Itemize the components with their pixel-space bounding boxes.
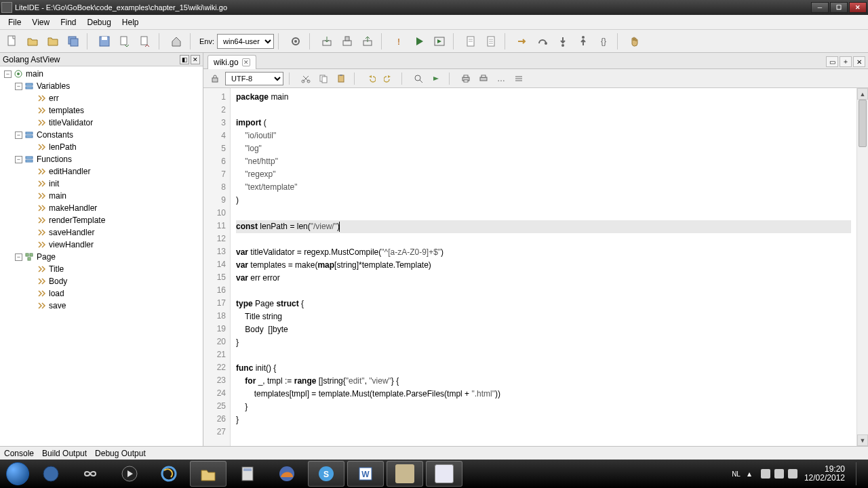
find-button[interactable] (411, 71, 426, 86)
save-all-button[interactable] (64, 32, 83, 51)
build-install-button[interactable] (338, 32, 357, 51)
export-button[interactable] (115, 32, 134, 51)
build-upload-button[interactable] (358, 32, 377, 51)
tree-root-main[interactable]: −main (0, 68, 203, 80)
tree-group-page[interactable]: −Page (0, 251, 203, 263)
tab-build-output[interactable]: Build Output (42, 449, 87, 458)
code-text[interactable]: package main import ( "io/ioutil" "log" … (231, 88, 856, 446)
doc-button-1[interactable] (461, 32, 480, 51)
panel-float-button[interactable]: ◧ (180, 55, 189, 64)
tab-list-button[interactable]: ▭ (826, 56, 838, 67)
tree-member-Body[interactable]: Body (0, 275, 203, 287)
home-button[interactable] (167, 32, 186, 51)
taskbar-app-4[interactable] (387, 461, 423, 487)
tree-func-editHandler[interactable]: editHandler (0, 165, 203, 178)
open-folder-button[interactable] (43, 32, 62, 51)
scroll-down-button[interactable]: ▼ (857, 434, 868, 446)
open-file-button[interactable] (23, 32, 42, 51)
build-button[interactable] (317, 32, 336, 51)
menu-find[interactable]: Find (55, 16, 81, 28)
taskbar-word[interactable]: W (347, 461, 384, 487)
goto-button[interactable] (429, 71, 443, 86)
taskbar-app-2[interactable] (72, 461, 108, 487)
menu-help[interactable]: Help (117, 16, 144, 28)
copy-button[interactable] (316, 71, 331, 86)
code-area[interactable]: 1234567891011121314151617181920212223242… (203, 88, 868, 446)
scroll-up-button[interactable]: ▲ (857, 88, 868, 100)
show-desktop-button[interactable] (856, 462, 861, 485)
tree-func-renderTemplate[interactable]: renderTemplate (0, 214, 203, 226)
undo-button[interactable] (363, 71, 378, 86)
import-button[interactable] (136, 32, 155, 51)
tab-debug-output[interactable]: Debug Output (95, 449, 146, 458)
ast-tree[interactable]: −main−VariableserrtemplatestitleValidato… (0, 66, 203, 446)
taskbar-app-3[interactable] (111, 461, 148, 487)
taskbar-liteide[interactable] (426, 461, 462, 487)
step-into-button[interactable] (553, 32, 572, 51)
tab-close-button[interactable]: ✕ (242, 58, 250, 66)
tray-chevron-icon[interactable]: ▴ (747, 469, 757, 479)
wrap-button[interactable] (511, 71, 526, 86)
tree-func-saveHandler[interactable]: saveHandler (0, 226, 203, 239)
tree-toggle[interactable]: − (4, 70, 12, 78)
tree-toggle[interactable]: − (15, 253, 22, 261)
new-file-button[interactable] (3, 32, 22, 51)
tree-member-save[interactable]: save (0, 300, 203, 312)
tree-func-main[interactable]: main (0, 190, 203, 202)
tree-func-init[interactable]: init (0, 178, 203, 190)
breakpoint-button[interactable]: ! (389, 32, 408, 51)
taskbar-ie[interactable] (151, 461, 187, 487)
close-button[interactable]: ✕ (849, 2, 867, 13)
tree-var-err[interactable]: err (0, 92, 203, 104)
tree-var-templates[interactable]: templates (0, 104, 203, 117)
menu-debug[interactable]: Debug (81, 16, 116, 28)
minimize-button[interactable]: ─ (811, 2, 829, 13)
lock-button[interactable] (208, 71, 222, 86)
settings-button[interactable] (286, 32, 305, 51)
save-button[interactable] (95, 32, 114, 51)
tree-const-lenPath[interactable]: lenPath (0, 141, 203, 153)
tab-close-all-button[interactable]: ✕ (853, 56, 865, 67)
tray-clock[interactable]: 19:20 12/02/2012 (804, 465, 845, 483)
env-select[interactable]: win64-user (217, 34, 274, 49)
tray-flag-icon[interactable] (761, 469, 770, 479)
tray-icons[interactable]: ▴ (747, 469, 797, 479)
tree-group-functions[interactable]: −Functions (0, 153, 203, 165)
vertical-scrollbar[interactable]: ▲ ▼ (856, 88, 868, 446)
print-preview-button[interactable] (476, 71, 491, 86)
tree-var-titleValidator[interactable]: titleValidator (0, 117, 203, 129)
tray-language[interactable]: NL (732, 470, 741, 478)
run-button[interactable] (410, 32, 429, 51)
tree-toggle[interactable]: − (15, 156, 22, 163)
menu-file[interactable]: File (3, 16, 26, 28)
tree-member-Title[interactable]: Title (0, 263, 203, 275)
maximize-button[interactable]: ☐ (830, 2, 848, 13)
tab-console[interactable]: Console (4, 449, 34, 458)
taskbar-explorer[interactable] (190, 461, 226, 487)
stop-button[interactable] (625, 32, 644, 51)
panel-close-button[interactable]: ✕ (191, 55, 200, 64)
tab-add-button[interactable]: ＋ (840, 56, 852, 67)
cut-button[interactable] (298, 71, 313, 86)
run-term-button[interactable] (430, 32, 449, 51)
tray-volume-icon[interactable] (788, 469, 797, 479)
encoding-select[interactable]: UTF-8 (225, 72, 283, 85)
menu-view[interactable]: View (26, 16, 55, 28)
more-button[interactable]: … (494, 71, 509, 86)
tree-func-makeHandler[interactable]: makeHandler (0, 202, 203, 214)
taskbar-app-1[interactable] (33, 461, 69, 487)
run-to-cursor-button[interactable]: {} (594, 32, 613, 51)
tray-network-icon[interactable] (774, 469, 784, 479)
tree-toggle[interactable]: − (15, 83, 22, 90)
tree-group-variables[interactable]: −Variables (0, 80, 203, 92)
start-button[interactable] (3, 461, 33, 487)
scroll-thumb[interactable] (859, 100, 867, 147)
print-button[interactable] (458, 71, 473, 86)
continue-button[interactable] (513, 32, 532, 51)
tree-func-viewHandler[interactable]: viewHandler (0, 239, 203, 251)
tree-member-load[interactable]: load (0, 287, 203, 300)
taskbar-skype[interactable]: S (308, 461, 344, 487)
tree-group-constants[interactable]: −Constants (0, 129, 203, 141)
paste-button[interactable] (334, 71, 349, 86)
taskbar-calc[interactable] (229, 461, 266, 487)
